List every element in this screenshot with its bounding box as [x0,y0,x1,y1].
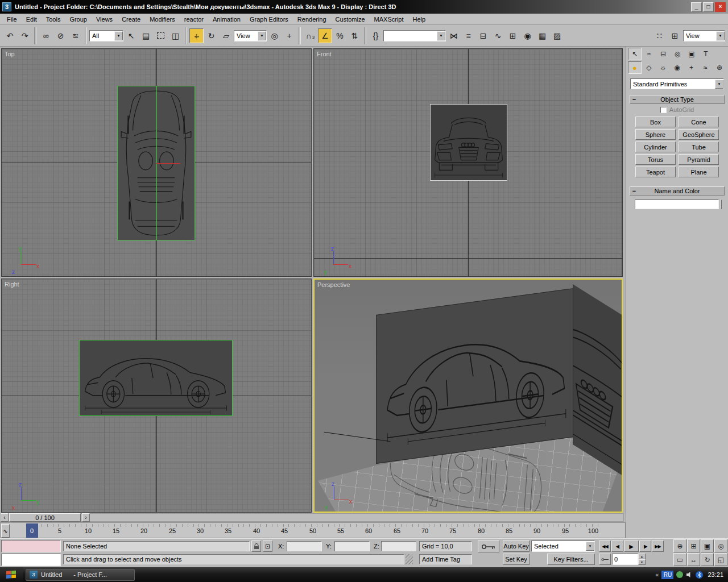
object-type-rollout-header[interactable]: − Object Type [630,95,725,104]
mirror-icon[interactable]: ⋈ [446,28,461,43]
play-button[interactable]: ▶ [624,541,639,552]
cone-button[interactable]: Cone [679,117,719,127]
tray-chevron-icon[interactable]: « [655,571,659,578]
chevron-down-icon[interactable]: ▼ [114,31,123,40]
schematic-view-icon[interactable]: ⊞ [506,28,520,43]
angle-snap-icon[interactable]: ∠ [318,28,332,43]
mini-curve-editor-button[interactable]: ∿ [1,524,10,538]
chevron-down-icon[interactable]: ▼ [715,80,723,89]
arc-rotate-icon[interactable]: ↻ [701,553,714,566]
box-button[interactable]: Box [635,117,676,127]
menu-customize[interactable]: Customize [331,15,370,24]
category-lights-icon[interactable]: ☼ [656,61,670,74]
category-shapes-icon[interactable]: ◇ [642,61,656,74]
tab-create[interactable]: ↖ [628,48,642,60]
viewport-right[interactable]: Right z y x [1,278,312,513]
blueprint-plane-side-persp[interactable] [376,288,577,464]
set-key-button[interactable]: Set Key [503,554,530,565]
rectangular-selection-region-icon[interactable] [154,28,168,43]
time-slider-left-arrow[interactable]: ‹ [1,513,9,522]
add-time-tag[interactable]: Add Time Tag [419,554,472,564]
time-slider-right-arrow[interactable]: › [82,513,90,522]
minimize-button[interactable]: _ [691,2,702,12]
menu-maxscript[interactable]: MAXScript [370,15,408,24]
previous-frame-icon[interactable]: ◀| [611,541,623,552]
torus-button[interactable]: Torus [635,154,676,165]
antivirus-tray-icon[interactable] [676,571,683,578]
go-to-start-icon[interactable]: ◀◀ [599,541,611,552]
select-and-scale-icon[interactable]: ▱ [219,28,233,43]
viewport-front[interactable]: Front z x y [313,48,623,277]
key-mode-toggle-icon[interactable] [599,554,611,565]
named-selection-dropdown[interactable]: ▼ [383,30,446,41]
select-and-rotate-icon[interactable]: ↻ [204,28,218,43]
language-indicator[interactable]: RU [661,571,673,579]
spinner-snap-icon[interactable]: ⇅ [348,28,362,43]
view-menu-dropdown[interactable]: View ▼ [683,30,725,41]
unlink-selection-icon[interactable]: ⊘ [53,28,68,43]
bluetooth-icon[interactable] [696,571,703,579]
key-mode-dropdown[interactable]: Selected ▼ [531,541,595,552]
named-selection-sets-icon[interactable]: {} [369,28,383,43]
percent-snap-icon[interactable]: % [333,28,347,43]
chevron-down-icon[interactable]: ▼ [258,31,266,40]
select-and-move-icon[interactable]: ↔ ↕ [189,28,204,43]
tube-button[interactable]: Tube [679,142,719,152]
next-frame-icon[interactable]: |▶ [639,541,651,552]
volume-icon[interactable] [686,571,693,578]
close-button[interactable]: × [715,2,726,12]
viewport-label-top[interactable]: Top [5,51,15,57]
chevron-down-icon[interactable]: ▼ [437,31,445,40]
track-bar[interactable]: ∿ 0 5 10 15 20 25 30 35 40 45 50 55 60 6… [0,522,626,538]
category-systems-icon[interactable]: ⊛ [713,61,726,74]
move-gizmo-x-axis[interactable] [156,163,180,164]
layer-manager-icon[interactable]: ⊟ [476,28,490,43]
blueprint-plane-front[interactable] [430,104,507,181]
menu-animation[interactable]: Animation [208,15,245,24]
snap-toggle-icon[interactable]: ∩ 3 [303,28,317,43]
category-spacewarps-icon[interactable]: ≈ [698,61,712,74]
blueprint-plane-side[interactable] [79,340,233,416]
pyramid-button[interactable]: Pyramid [679,154,719,165]
selection-filter-dropdown[interactable]: All ▼ [89,30,123,41]
tab-hierarchy[interactable]: ⊟ [656,48,670,60]
selection-lock-icon[interactable] [251,541,261,552]
autogrid-checkbox[interactable] [660,107,667,113]
category-helpers-icon[interactable]: + [684,61,698,74]
tab-display[interactable]: ▣ [685,48,698,60]
reference-coordinate-dropdown[interactable]: View ▼ [234,30,267,41]
window-crossing-icon[interactable]: ◫ [168,28,183,43]
select-and-manipulate-icon[interactable]: + [282,28,296,43]
sphere-button[interactable]: Sphere [635,129,676,140]
menu-views[interactable]: Views [92,15,117,24]
viewport-layout-icon[interactable]: ⊞ [668,28,682,43]
viewport-label-perspective[interactable]: Perspective [317,281,350,288]
zoom-icon[interactable]: ⊕ [673,539,686,552]
viewport-top[interactable]: Top y x z [1,48,312,277]
tab-modify[interactable]: ≈ [642,48,656,60]
blueprint-plane-front-persp[interactable] [573,284,623,476]
viewport-label-right[interactable]: Right [5,281,19,288]
maxscript-mini-recorder[interactable] [1,540,61,552]
menu-edit[interactable]: Edit [22,15,42,24]
current-frame-field[interactable] [612,554,638,565]
bind-to-spacewarp-icon[interactable]: ≋ [68,28,82,43]
titlebar[interactable]: 3 Untitled - Project Folder: C:\Document… [0,0,728,14]
object-color-swatch[interactable] [721,199,722,209]
zoom-all-icon[interactable]: ⊞ [687,539,700,552]
use-pivot-center-icon[interactable]: ◎ [267,28,282,43]
spinner-up-icon[interactable]: ▲ [638,554,646,559]
zoom-extents-icon[interactable]: ▣ [701,539,714,552]
cylinder-button[interactable]: Cylinder [635,142,676,152]
category-cameras-icon[interactable]: ◉ [671,61,684,74]
start-button[interactable] [0,567,23,582]
field-of-view-icon[interactable]: ▭ [673,553,686,566]
menu-graph-editors[interactable]: Graph Editors [245,15,293,24]
material-editor-icon[interactable]: ◉ [520,28,535,43]
object-name-field[interactable] [635,199,719,209]
redo-icon[interactable]: ↷ [18,28,32,43]
menu-reactor[interactable]: reactor [180,15,208,24]
chevron-down-icon[interactable]: ▼ [716,31,725,40]
time-slider-thumb[interactable]: 0 / 100 [9,513,81,522]
maxscript-mini-listener[interactable] [1,554,61,566]
